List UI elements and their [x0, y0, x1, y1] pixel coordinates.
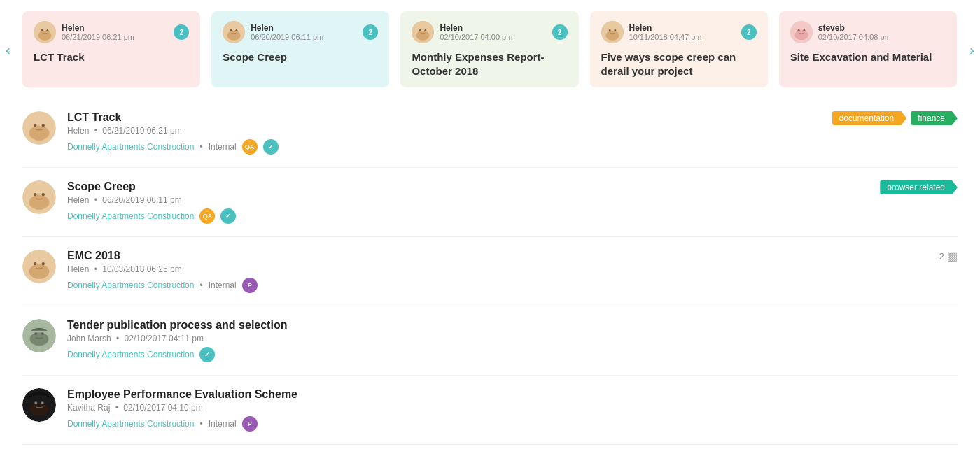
tag-label[interactable]: documentation	[832, 111, 907, 125]
meta-dot: •	[94, 264, 100, 274]
list-project-link[interactable]: Donnelly Apartments Construction	[67, 350, 194, 359]
card-title: LCT Track	[34, 50, 189, 64]
list-project-link[interactable]: Donnelly Apartments Construction	[67, 280, 194, 290]
card-scope-creep[interactable]: Helen 06/20/2019 06:11 pm 2 Scope Creep	[211, 11, 389, 87]
card-user-info: Helen 10/11/2018 04:47 pm	[601, 21, 702, 43]
svg-point-1	[38, 31, 51, 41]
card-meta: Helen 06/21/2019 06:21 pm	[62, 23, 134, 41]
list-author: Helen	[67, 264, 89, 274]
list-meta: John Marsh • 02/10/2017 04:11 pm	[67, 334, 958, 343]
carousel-next-button[interactable]: ›	[969, 41, 974, 57]
card-user-info: Helen 06/20/2019 06:11 pm	[223, 21, 323, 43]
svg-point-14	[608, 29, 610, 31]
svg-point-34	[34, 332, 37, 335]
list-project-row: Donnelly Apartments Construction QA✓	[67, 208, 958, 224]
carousel-prev-button[interactable]: ‹	[6, 41, 10, 57]
list-project-link[interactable]: Donnelly Apartments Construction	[67, 142, 194, 152]
svg-point-27	[42, 193, 45, 196]
card-user-info: steveb 02/10/2017 04:08 pm	[790, 21, 891, 43]
card-avatar	[601, 21, 624, 43]
list-item-scope-creep-list: Scope Creep Helen • 06/20/2019 06:11 pm …	[22, 168, 958, 237]
svg-point-18	[797, 29, 799, 31]
list-content: Employee Performance Evaluation Scheme K…	[67, 388, 958, 432]
avatar-bubble: P	[242, 416, 258, 432]
list-meta: Helen • 06/21/2019 06:21 pm	[67, 126, 958, 136]
svg-point-11	[425, 29, 427, 31]
card-author: Helen	[251, 23, 323, 33]
card-date: 02/10/2017 04:08 pm	[818, 33, 891, 41]
avatar-bubble: QA	[242, 139, 258, 155]
list-item-emc-2018-list: EMC 2018 Helen • 10/03/2018 06:25 pm Don…	[22, 237, 958, 306]
dot-separator: •	[200, 142, 202, 152]
list-content: EMC 2018 Helen • 10/03/2018 06:25 pm Don…	[67, 250, 958, 293]
avatar-bubble: P	[242, 278, 258, 293]
svg-point-2	[41, 29, 43, 31]
card-date: 06/20/2019 06:11 pm	[251, 33, 323, 41]
visibility-label: Internal	[209, 280, 237, 290]
meta-dot: •	[116, 334, 122, 343]
list-date: 02/10/2017 04:11 pm	[125, 334, 204, 343]
comment-number: 2	[939, 251, 944, 262]
list-meta: Kavitha Raj • 02/10/2017 04:10 pm	[67, 403, 958, 413]
card-monthly-expenses[interactable]: Helen 02/10/2017 04:00 pm 2 Monthly Expe…	[400, 11, 578, 87]
list-avatar-lct-track-list	[22, 111, 56, 145]
list-item-title[interactable]: LCT Track	[67, 111, 958, 124]
avatar-bubble: ✓	[263, 139, 279, 155]
card-badge: 2	[741, 24, 757, 40]
card-user-info: Helen 02/10/2017 04:00 pm	[412, 21, 512, 43]
tag-label[interactable]: finance	[911, 111, 958, 125]
list-project-link[interactable]: Donnelly Apartments Construction	[67, 419, 194, 429]
list-content: Scope Creep Helen • 06/20/2019 06:11 pm …	[67, 180, 958, 224]
list-project-row: Donnelly Apartments Construction • Inter…	[67, 139, 958, 155]
svg-point-21	[29, 126, 50, 141]
svg-point-22	[34, 124, 36, 127]
list-item-title[interactable]: Tender publication process and selection	[67, 319, 958, 332]
card-header: Helen 02/10/2017 04:00 pm 2	[412, 21, 567, 43]
list-meta: Helen • 10/03/2018 06:25 pm	[67, 264, 958, 274]
list-item-employee-perf-list: Employee Performance Evaluation Scheme K…	[22, 376, 958, 445]
card-lct-track[interactable]: Helen 06/21/2019 06:21 pm 2 LCT Track	[22, 11, 200, 87]
svg-point-25	[29, 195, 50, 210]
card-author: Helen	[62, 23, 134, 33]
list-content: Tender publication process and selection…	[67, 319, 958, 362]
comment-count: 2 ▩	[939, 250, 958, 263]
svg-point-3	[46, 29, 48, 31]
list-project-row: Donnelly Apartments Construction • Inter…	[67, 416, 958, 432]
list-project-link[interactable]: Donnelly Apartments Construction	[67, 211, 194, 221]
tag-label[interactable]: browser related	[880, 180, 958, 194]
list-avatar-scope-creep-list	[22, 180, 56, 214]
card-header: steveb 02/10/2017 04:08 pm	[790, 21, 946, 43]
card-meta: steveb 02/10/2017 04:08 pm	[818, 23, 891, 41]
list-tags: browser related	[880, 180, 958, 194]
card-header: Helen 10/11/2018 04:47 pm 2	[601, 21, 757, 43]
card-meta: Helen 10/11/2018 04:47 pm	[629, 23, 702, 41]
card-five-ways[interactable]: Helen 10/11/2018 04:47 pm 2 Five ways sc…	[590, 11, 768, 87]
svg-point-26	[34, 193, 36, 196]
card-badge: 2	[174, 24, 189, 40]
list-item-lct-track-list: LCT Track Helen • 06/21/2019 06:21 pm Do…	[22, 99, 958, 168]
card-date: 10/11/2018 04:47 pm	[629, 33, 702, 41]
svg-point-15	[614, 29, 616, 31]
list-item-title[interactable]: Employee Performance Evaluation Scheme	[67, 388, 958, 401]
meta-dot: •	[115, 403, 121, 413]
svg-point-29	[29, 264, 50, 279]
svg-point-33	[30, 332, 49, 346]
comment-icon: ▩	[947, 250, 958, 263]
list-item-title[interactable]: Scope Creep	[67, 180, 958, 193]
list-avatar-employee-perf-list	[22, 388, 56, 422]
card-author: Helen	[440, 23, 512, 33]
visibility-label: Internal	[209, 142, 237, 152]
list-avatar-emc-2018-list	[22, 250, 56, 283]
list-section: LCT Track Helen • 06/21/2019 06:21 pm Do…	[0, 99, 980, 445]
card-header: Helen 06/21/2019 06:21 pm 2	[34, 21, 189, 43]
svg-point-9	[416, 31, 430, 41]
list-meta: Helen • 06/20/2019 06:11 pm	[67, 195, 958, 205]
svg-point-35	[41, 332, 44, 335]
svg-point-37	[30, 402, 49, 415]
svg-point-6	[230, 29, 232, 31]
card-title: Monthly Expenses Report- October 2018	[412, 50, 567, 78]
avatar-bubble: ✓	[220, 208, 236, 224]
card-title: Five ways scope creep can derail your pr…	[601, 50, 757, 78]
card-site-excavation[interactable]: steveb 02/10/2017 04:08 pm Site Excavati…	[779, 11, 957, 87]
list-item-title[interactable]: EMC 2018	[67, 250, 958, 262]
